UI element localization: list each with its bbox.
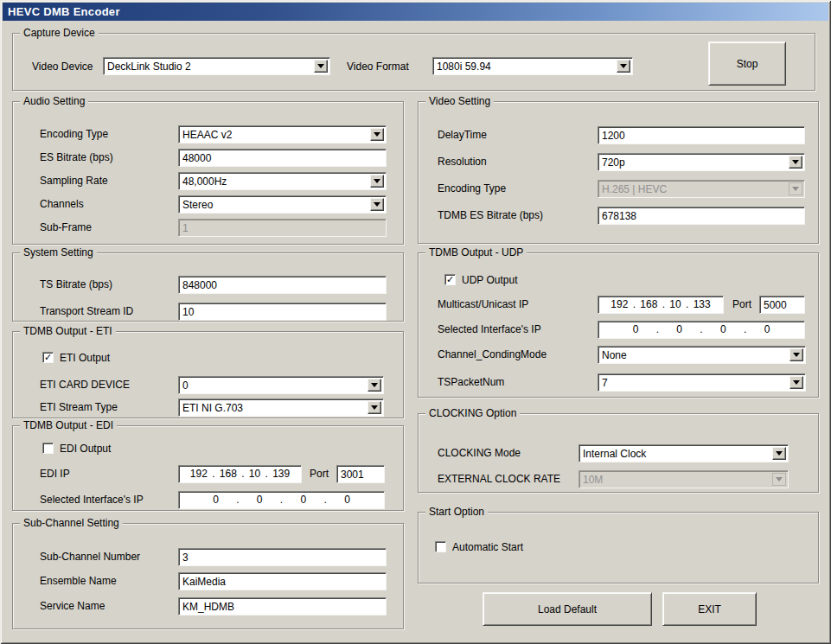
video-format-label: Video Format xyxy=(347,61,409,73)
external-clock-rate-dropdown-button xyxy=(772,473,786,486)
group-tdmb-output-edi: TDMB Output - EDI EDI Output EDI IP 192 … xyxy=(12,425,404,511)
es-bitrate-input[interactable] xyxy=(178,149,387,167)
eti-stream-type-combo[interactable]: ETI NI G.703 xyxy=(178,399,384,417)
channel-coding-mode-label: Channel_CondingMode xyxy=(438,348,547,361)
chevron-down-icon xyxy=(792,187,799,191)
ts-bitrate-input[interactable] xyxy=(178,276,387,294)
sampling-rate-dropdown-button[interactable] xyxy=(370,175,384,188)
chevron-down-icon xyxy=(776,451,783,456)
window-title: HEVC DMB Encoder xyxy=(8,5,120,18)
channel-coding-mode-combo[interactable]: None xyxy=(598,346,806,364)
multicast-ip-field[interactable]: 192 . 168 . 10 . 133 xyxy=(598,296,724,314)
audio-encoding-type-dropdown-button[interactable] xyxy=(370,128,384,141)
service-name-input[interactable] xyxy=(178,597,387,615)
group-video-setting-label: Video Setting xyxy=(425,95,494,108)
group-system-setting-label: System Setting xyxy=(20,246,97,259)
channels-dropdown-button[interactable] xyxy=(370,198,384,211)
group-start-option-label: Start Option xyxy=(425,506,488,519)
tdmb-es-bitrate-input[interactable] xyxy=(598,207,805,225)
stop-button[interactable]: Stop xyxy=(708,41,786,86)
video-format-dropdown-button[interactable] xyxy=(617,60,630,73)
udp-output-checkbox[interactable]: ✓ xyxy=(444,274,456,285)
resolution-combo[interactable]: 720p xyxy=(598,153,805,171)
sampling-rate-combo[interactable]: 48,000Hz xyxy=(178,172,387,190)
edi-output-checkbox[interactable] xyxy=(42,443,54,454)
eti-card-device-dropdown-button[interactable] xyxy=(368,379,381,392)
exit-button[interactable]: EXIT xyxy=(662,592,757,626)
group-capture-device-label: Capture Device xyxy=(20,27,99,40)
chevron-down-icon xyxy=(317,64,324,68)
channel-coding-mode-dropdown-button[interactable] xyxy=(789,348,803,361)
eti-stream-type-dropdown-button[interactable] xyxy=(368,401,381,414)
resolution-value: 720p xyxy=(598,154,804,169)
chevron-down-icon xyxy=(792,160,799,164)
resolution-dropdown-button[interactable] xyxy=(789,156,802,169)
delay-time-input[interactable] xyxy=(598,126,805,144)
es-bitrate-label: ES Bitrate (bps) xyxy=(40,151,113,164)
channels-label: Channels xyxy=(40,198,84,211)
video-format-value: 1080i 59.94 xyxy=(433,58,632,73)
ensemble-name-label: Ensemble Name xyxy=(40,575,117,588)
sub-frame-input xyxy=(178,219,387,237)
edi-selected-interface-label: Selected Interface's IP xyxy=(40,494,144,507)
chevron-down-icon xyxy=(793,353,800,357)
sub-channel-number-input[interactable] xyxy=(178,548,387,566)
ts-packet-num-value: 7 xyxy=(598,374,805,390)
eti-card-device-label: ETI CARD DEVICE xyxy=(40,379,130,392)
ts-packet-num-label: TSPacketNum xyxy=(438,376,504,389)
sampling-rate-label: Sampling Rate xyxy=(40,175,108,188)
clocking-mode-dropdown-button[interactable] xyxy=(772,447,786,460)
edi-ip-field[interactable]: 192 . 168 . 10 . 139 xyxy=(178,465,302,483)
external-clock-rate-label: EXTERNAL CLOCK RATE xyxy=(438,473,560,486)
audio-encoding-type-combo[interactable]: HEAAC v2 xyxy=(178,125,387,143)
video-encoding-type-label: Encoding Type xyxy=(438,182,506,195)
video-device-combo[interactable]: DeckLink Studio 2 xyxy=(103,57,330,75)
edi-output-label[interactable]: EDI Output xyxy=(60,443,111,456)
video-encoding-type-combo: H.265 | HEVC xyxy=(598,180,805,198)
ts-packet-num-dropdown-button[interactable] xyxy=(789,376,803,389)
hevc-dmb-encoder-window: HEVC DMB Encoder Capture Device Video De… xyxy=(0,0,831,644)
automatic-start-checkbox[interactable] xyxy=(435,541,446,552)
eti-stream-type-value: ETI NI G.703 xyxy=(179,399,383,415)
encoding-type-label: Encoding Type xyxy=(40,128,108,141)
edi-port-input[interactable] xyxy=(336,465,385,483)
group-capture-device: Capture Device Video Device DeckLink Stu… xyxy=(12,33,815,91)
ensemble-name-input[interactable] xyxy=(178,572,387,590)
channels-value: Stereo xyxy=(179,196,386,212)
udp-output-label[interactable]: UDP Output xyxy=(462,274,517,287)
group-audio-setting-label: Audio Setting xyxy=(20,95,88,108)
eti-output-checkbox[interactable]: ✓ xyxy=(42,352,54,363)
chevron-down-icon xyxy=(374,132,380,137)
eti-card-device-value: 0 xyxy=(179,377,383,392)
edi-selected-interface-ip-field[interactable]: 0 . 0 . 0 . 0 xyxy=(178,491,385,509)
clocking-mode-combo[interactable]: Internal Clock xyxy=(579,444,789,462)
video-format-combo[interactable]: 1080i 59.94 xyxy=(432,57,633,75)
group-start-option: Start Option Automatic Start xyxy=(418,512,819,583)
chevron-down-icon xyxy=(620,64,627,68)
video-device-dropdown-button[interactable] xyxy=(314,60,328,73)
edi-ip-label: EDI IP xyxy=(40,468,70,481)
tdmb-es-bitrate-label: TDMB ES Bitrate (bps) xyxy=(438,209,543,222)
ts-packet-num-combo[interactable]: 7 xyxy=(598,373,806,392)
sub-channel-number-label: Sub-Channel Number xyxy=(40,551,140,564)
service-name-label: Service Name xyxy=(40,600,105,613)
transport-stream-id-input[interactable] xyxy=(178,303,387,321)
external-clock-rate-combo: 10M xyxy=(579,470,789,488)
group-tdmb-output-udp-label: TDMB Output - UDP xyxy=(425,246,527,259)
video-device-label: Video Device xyxy=(32,61,93,73)
eti-output-label[interactable]: ETI Output xyxy=(60,352,110,365)
udp-selected-interface-ip-field[interactable]: 0 . 0 . 0 . 0 xyxy=(598,321,805,339)
checkmark-icon: ✓ xyxy=(44,353,52,362)
group-video-setting: Video Setting DelayTime Resolution 720p … xyxy=(418,101,819,244)
external-clock-rate-value: 10M xyxy=(579,471,788,487)
udp-selected-interface-label: Selected Interface's IP xyxy=(438,323,541,336)
group-tdmb-output-eti: TDMB Output - ETI ✓ ETI Output ETI CARD … xyxy=(12,331,404,418)
channels-combo[interactable]: Stereo xyxy=(178,195,387,214)
load-default-button[interactable]: Load Default xyxy=(483,592,652,626)
automatic-start-label[interactable]: Automatic Start xyxy=(452,541,523,554)
edi-port-label: Port xyxy=(310,468,329,481)
titlebar[interactable]: HEVC DMB Encoder xyxy=(3,3,828,21)
eti-card-device-combo[interactable]: 0 xyxy=(178,376,384,394)
udp-port-input[interactable] xyxy=(759,296,805,314)
chevron-down-icon xyxy=(371,383,378,387)
